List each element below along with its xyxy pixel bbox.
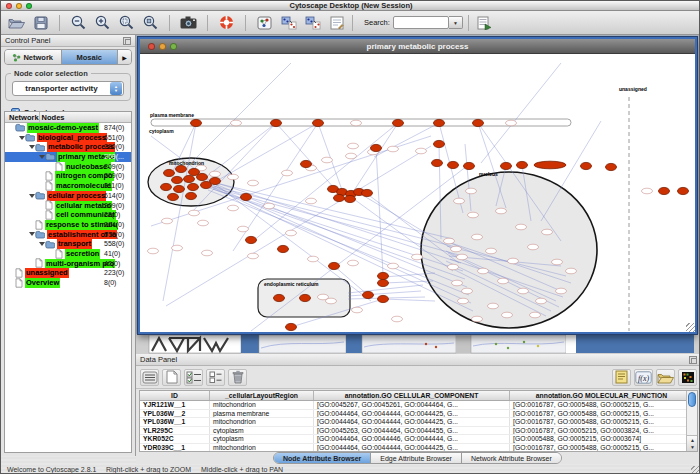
group-label: Node color selection: [11, 69, 91, 78]
main-toolbar: Search: ▼: [1, 11, 700, 35]
disclosure-triangle-icon[interactable]: [28, 145, 35, 149]
notes-icon[interactable]: [612, 369, 631, 386]
table-row[interactable]: YDR039C__1mitochondrion[GO:0044464, GO:0…: [140, 444, 697, 452]
tree-row[interactable]: response to stimulu264(0): [5, 220, 131, 230]
tree-row[interactable]: metabolic process280(0): [5, 142, 131, 152]
tree-row[interactable]: nucleobase-209(0): [5, 162, 131, 172]
import-table-icon[interactable]: [474, 12, 495, 33]
tree-row[interactable]: primary metabo209(...: [5, 152, 131, 162]
close-button[interactable]: [6, 3, 12, 9]
table-row[interactable]: YJR121W__1mitochondrion[GO:0045267, GO:0…: [140, 401, 697, 410]
minimize-button[interactable]: [16, 3, 22, 9]
network-node: [488, 303, 499, 309]
network-node: [466, 188, 477, 194]
tree-row[interactable]: nitrogen compo209(0): [5, 171, 131, 181]
window-resize-grip[interactable]: [691, 466, 700, 474]
disclosure-triangle-icon[interactable]: [28, 194, 35, 198]
table-cell: [GO:0044464, GO:0044444, GO:0044425, G..…: [314, 410, 510, 418]
network-node: [228, 205, 239, 211]
column-header[interactable]: annotation.GO MOLECULAR_FUNCTION: [510, 391, 694, 400]
network-node: [444, 238, 455, 244]
tree-row[interactable]: secretion41(0): [5, 249, 131, 259]
tree-row[interactable]: transport558(0): [5, 239, 131, 249]
new-attribute-icon[interactable]: [162, 369, 181, 386]
tree-row[interactable]: unassigned223(0): [5, 268, 131, 278]
zoom-in-icon[interactable]: [92, 12, 113, 33]
table-cell: [GO:0005488, GO:0005215, GO:0003674]: [510, 435, 694, 443]
float-panel-icon[interactable]: [689, 356, 697, 364]
frame-minimize-button[interactable]: [159, 43, 166, 50]
search-input[interactable]: [393, 16, 449, 29]
table-row[interactable]: YLR295Ccytoplasm[GO:0045263, GO:0044464,…: [140, 427, 697, 436]
network-canvas-svg[interactable]: plasma membranecytoplasmmitochondrionnuc…: [140, 54, 695, 332]
selected-network-node: [473, 119, 484, 126]
file-icon: [45, 200, 53, 210]
table-row[interactable]: YPL036W__1mitochondrion[GO:0044464, GO:0…: [140, 418, 697, 427]
scrollbar-thumb[interactable]: [688, 392, 696, 407]
tab-node-attribute-browser[interactable]: Node Attribute Browser: [274, 453, 371, 463]
tree-row[interactable]: macromolecule311(0): [5, 181, 131, 191]
tree-row[interactable]: biological_process651(0): [5, 133, 131, 143]
tab-mosaic[interactable]: Mosaic: [62, 50, 119, 64]
network-node: [506, 120, 517, 126]
help-icon[interactable]: [216, 12, 237, 33]
tab-mosaic-label: Mosaic: [77, 53, 102, 62]
table-row[interactable]: YPL036W__2plasma membrane[GO:0044464, GO…: [140, 410, 697, 419]
unselect-attributes-icon[interactable]: [206, 369, 225, 386]
frame-zoom-button[interactable]: [170, 43, 177, 50]
select-attributes-icon[interactable]: [184, 369, 203, 386]
zoom-button[interactable]: [26, 3, 32, 9]
table-scrollbar[interactable]: ▲▼: [686, 391, 697, 451]
tree-row[interactable]: cellular process614(0): [5, 191, 131, 201]
open-file-icon[interactable]: [6, 12, 27, 33]
network-edge: [384, 299, 435, 301]
matrix-icon[interactable]: [678, 369, 697, 386]
selected-network-node: [678, 187, 689, 194]
zoom-fit-icon[interactable]: [140, 12, 161, 33]
column-header[interactable]: _cellularLayoutRegion: [210, 391, 314, 400]
table-cell: YKR052C: [140, 435, 210, 443]
snapshot-icon[interactable]: [178, 12, 199, 33]
tree-row[interactable]: cellular metabo209(0): [5, 201, 131, 211]
import-attributes-icon[interactable]: [656, 369, 675, 386]
frame-close-button[interactable]: [148, 43, 155, 50]
tab-network[interactable]: Network: [5, 50, 62, 64]
tab-overflow-arrow[interactable]: ▶: [118, 50, 131, 64]
tree-row[interactable]: multi-organism pro42(0): [5, 259, 131, 269]
zoom-selected-icon[interactable]: [116, 12, 137, 33]
disclosure-triangle-icon[interactable]: [28, 232, 35, 236]
tree-row[interactable]: mosaic-demo-yeast874(0): [5, 123, 131, 133]
copy-view-alt-icon[interactable]: [302, 12, 323, 33]
network-node: [498, 278, 509, 284]
column-header[interactable]: ID: [140, 391, 210, 400]
tree-row[interactable]: cell communicat22(0): [5, 210, 131, 220]
disclosure-triangle-icon[interactable]: [38, 155, 45, 159]
network-view-titlebar[interactable]: primary metabolic process: [140, 39, 695, 54]
delete-attribute-icon[interactable]: [228, 369, 247, 386]
search-dropdown-button[interactable]: ▼: [449, 16, 463, 29]
zoom-out-icon[interactable]: [68, 12, 89, 33]
network-node: [348, 143, 359, 149]
table-cell: mitochondrion: [210, 418, 314, 426]
new-network-icon[interactable]: [254, 12, 275, 33]
copy-view-icon[interactable]: [278, 12, 299, 33]
table-row[interactable]: YKR052Ccytoplasm[GO:0044464, GO:0044446,…: [140, 435, 697, 444]
selected-network-node: [271, 119, 282, 126]
select-all-icon[interactable]: [140, 369, 159, 386]
column-header[interactable]: annotation.GO CELLULAR_COMPONENT: [314, 391, 510, 400]
network-canvas[interactable]: plasma membranecytoplasmmitochondrionnuc…: [140, 54, 695, 332]
float-panel-icon[interactable]: [123, 37, 131, 45]
node-color-dropdown[interactable]: transporter activity ▲▼: [12, 81, 124, 96]
save-icon[interactable]: [30, 12, 51, 33]
tab-network-attribute-browser[interactable]: Network Attribute Browser: [462, 453, 561, 463]
tree-row[interactable]: Overview8(0): [5, 278, 131, 288]
disclosure-triangle-icon[interactable]: [38, 242, 45, 246]
disclosure-triangle-icon[interactable]: [18, 136, 25, 140]
function-builder-icon[interactable]: f(x): [634, 369, 653, 386]
tab-edge-attribute-browser[interactable]: Edge Attribute Browser: [371, 453, 462, 463]
scrollbar-arrows[interactable]: ▲▼: [687, 435, 698, 451]
tree-row[interactable]: establishment of lo558(0): [5, 230, 131, 240]
frame-resize-grip[interactable]: [686, 323, 695, 332]
network-node: [468, 212, 479, 218]
annotation-icon[interactable]: [326, 12, 347, 33]
